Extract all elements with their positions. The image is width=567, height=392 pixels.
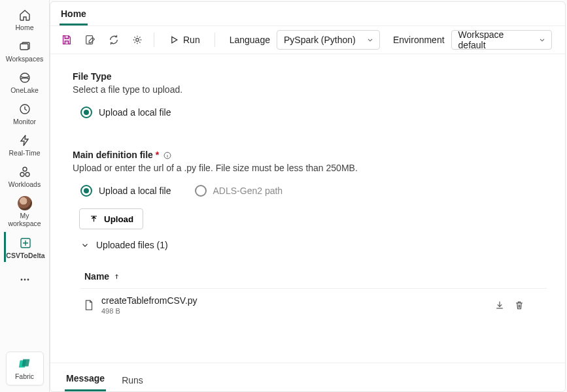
nav-realtime[interactable]: Real-Time: [4, 129, 46, 159]
nav-workloads[interactable]: Workloads: [4, 161, 46, 191]
upload-icon: [89, 214, 99, 224]
required-indicator: *: [156, 150, 159, 160]
avatar: [18, 196, 32, 210]
nav-my-workspace-label: My workspace: [4, 212, 46, 227]
nav-csvtodelta-label: CSVToDelta: [6, 252, 44, 259]
sparkle-icon: [18, 236, 33, 250]
file-icon: [83, 299, 95, 311]
save-button[interactable]: [58, 31, 75, 48]
nav-my-workspace[interactable]: My workspace: [4, 192, 46, 230]
filetype-subtitle: Select a file type to upload.: [73, 84, 547, 95]
filetype-title: File Type: [73, 71, 547, 82]
nav-more[interactable]: [4, 269, 46, 289]
environment-label: Environment: [393, 35, 445, 45]
file-row: createTablefromCSV.py 498 B: [80, 288, 547, 321]
workspaces-icon: [18, 39, 32, 54]
download-button[interactable]: [494, 300, 505, 310]
environment-select[interactable]: Workspace default: [451, 30, 552, 50]
filetype-option-local-label: Upload a local file: [99, 107, 171, 118]
maindef-title: Main definition file *: [73, 150, 547, 160]
svg-point-9: [27, 278, 29, 280]
toolbar-separator: [215, 33, 215, 47]
more-icon: [18, 272, 32, 287]
chevron-down-icon: [80, 240, 90, 250]
chevron-down-icon: [366, 36, 374, 44]
file-name: createTablefromCSV.py: [101, 295, 494, 306]
svg-point-4: [26, 172, 29, 176]
svg-point-3: [20, 172, 24, 176]
nav-workloads-label: Workloads: [9, 180, 41, 188]
nav-realtime-label: Real-Time: [9, 149, 40, 157]
svg-point-5: [23, 167, 27, 171]
home-icon: [18, 8, 32, 22]
tab-message[interactable]: Message: [65, 367, 106, 391]
maindef-option-adls-label: ADLS-Gen2 path: [213, 186, 283, 196]
nav-onelake-label: OneLake: [10, 86, 39, 94]
bottom-tabs: Message Runs: [50, 363, 565, 391]
upload-button[interactable]: Upload: [79, 208, 143, 229]
edit-button[interactable]: [82, 31, 99, 48]
left-nav-rail: Home Workspaces OneLake Monitor Real-Tim…: [0, 0, 50, 392]
run-label: Run: [183, 35, 200, 45]
uploaded-files-header: Uploaded files (1): [96, 240, 168, 250]
svg-point-11: [136, 39, 139, 42]
radio-icon: [195, 185, 207, 197]
realtime-icon: [18, 133, 32, 148]
maindef-option-adls[interactable]: ADLS-Gen2 path: [187, 182, 283, 199]
monitor-icon: [18, 102, 32, 116]
main-panel: Home Run Language PySpark (Python) Envir…: [50, 1, 566, 392]
toolbar-separator: [154, 33, 154, 47]
radio-icon: [80, 106, 92, 118]
content-area: File Type Select a file type to upload. …: [50, 54, 565, 363]
language-value: PySpark (Python): [284, 35, 356, 45]
refresh-button[interactable]: [105, 31, 122, 48]
workloads-icon: [18, 165, 32, 179]
radio-icon: [80, 185, 92, 197]
nav-monitor-label: Monitor: [13, 118, 36, 125]
onelake-icon: [18, 71, 32, 85]
name-column-header[interactable]: Name: [80, 266, 547, 288]
maindef-option-local[interactable]: Upload a local file: [73, 182, 171, 199]
environment-value: Workspace default: [458, 29, 532, 50]
toolbar: Run Language PySpark (Python) Environmen…: [50, 26, 565, 54]
nav-home-label: Home: [15, 24, 33, 31]
uploaded-files-toggle[interactable]: Uploaded files (1): [73, 237, 547, 253]
tab-runs[interactable]: Runs: [120, 368, 145, 391]
settings-button[interactable]: [129, 31, 146, 48]
nav-monitor[interactable]: Monitor: [4, 98, 46, 128]
sort-asc-icon: [113, 273, 120, 280]
maindef-subtitle: Upload or enter the url of a .py file. F…: [73, 163, 547, 173]
fabric-icon: [18, 357, 32, 371]
language-select[interactable]: PySpark (Python): [277, 30, 380, 50]
run-button[interactable]: Run: [162, 32, 207, 48]
nav-onelake[interactable]: OneLake: [4, 67, 46, 97]
upload-button-label: Upload: [104, 214, 133, 224]
filetype-option-local[interactable]: Upload a local file: [73, 104, 547, 121]
svg-point-7: [20, 278, 22, 280]
nav-workspaces-label: Workspaces: [6, 55, 44, 63]
uploaded-files-list: Name createTablefromCSV.py 498 B: [73, 266, 547, 321]
nav-csvtodelta[interactable]: CSVToDelta: [4, 232, 46, 262]
play-icon: [169, 35, 179, 45]
maindef-option-local-label: Upload a local file: [99, 186, 171, 196]
nav-workspaces[interactable]: Workspaces: [4, 35, 46, 65]
breadcrumb: Home: [50, 2, 565, 26]
breadcrumb-home[interactable]: Home: [60, 6, 88, 25]
delete-button[interactable]: [514, 300, 524, 310]
svg-rect-0: [20, 44, 28, 50]
nav-fabric[interactable]: Fabric: [6, 351, 44, 385]
info-icon[interactable]: [163, 151, 172, 160]
nav-fabric-label: Fabric: [15, 372, 34, 380]
chevron-down-icon: [538, 36, 546, 44]
language-label: Language: [230, 35, 270, 45]
nav-home[interactable]: Home: [4, 4, 46, 34]
file-size: 498 B: [101, 307, 494, 315]
svg-point-8: [24, 278, 26, 280]
